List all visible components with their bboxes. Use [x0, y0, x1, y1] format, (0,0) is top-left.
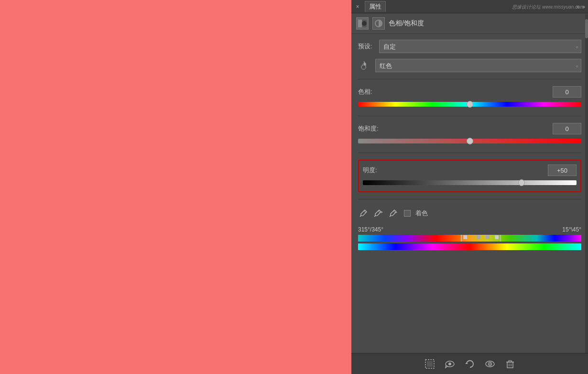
right-panel: 思缘设计论坛 www.missyuan.com × 属性 ≡ » 色相/饱和度	[351, 0, 588, 374]
svg-text:+: +	[381, 210, 383, 215]
svg-point-12	[448, 363, 451, 365]
saturation-value-input[interactable]	[553, 123, 581, 134]
channel-dropdown[interactable]: 全图 红色 黄色 绿色 青色 蓝色 洋红	[375, 59, 581, 72]
saturation-section: 饱和度:	[358, 123, 581, 146]
hue-value-input[interactable]	[553, 86, 581, 98]
preset-label: 预设:	[358, 42, 375, 51]
colorize-label: 着色	[415, 209, 428, 218]
lightness-highlighted-section: 明度:	[358, 160, 581, 192]
color-range-area: 315°/345° 15°\45°	[358, 226, 581, 250]
hue-track-container	[358, 99, 581, 109]
svg-rect-10	[427, 361, 433, 367]
delete-button[interactable]	[503, 357, 517, 371]
lightness-slider[interactable]	[363, 180, 577, 185]
canvas-area	[0, 0, 351, 374]
preset-dropdown[interactable]: 自定 默认值 强饱和度 旧照片	[379, 40, 581, 53]
svg-point-16	[489, 363, 490, 364]
layer-mask-icon-btn[interactable]	[356, 17, 369, 30]
lightness-value-input[interactable]	[548, 165, 577, 176]
saturation-label: 饱和度:	[358, 124, 379, 133]
svg-line-4	[364, 211, 366, 213]
lightness-track-container	[363, 178, 577, 187]
properties-header: 色相/饱和度	[351, 13, 588, 34]
scroll-track	[585, 14, 588, 353]
topbar-left: × 属性	[354, 1, 386, 12]
properties-tab[interactable]: 属性	[365, 1, 386, 12]
colorize-checkbox[interactable]	[404, 210, 411, 217]
watermark: 思缘设计论坛 www.missyuan.com	[512, 4, 584, 11]
visibility-button[interactable]	[483, 357, 497, 371]
view-previous-button[interactable]	[443, 357, 457, 371]
bottom-range-bar	[358, 243, 581, 250]
properties-title: 色相/饱和度	[389, 19, 424, 28]
hand-tool-icon[interactable]	[358, 59, 371, 72]
eyedropper-remove-icon[interactable]: -	[389, 208, 399, 219]
tools-row: + - 着色	[358, 206, 581, 220]
saturation-header: 饱和度:	[358, 123, 581, 134]
channel-dropdown-wrapper: 全图 红色 黄色 绿色 青色 蓝色 洋红 ⬦	[375, 59, 581, 72]
svg-text:-: -	[396, 210, 397, 215]
lightness-label: 明度:	[363, 166, 377, 175]
eyedropper-add-icon[interactable]: +	[373, 208, 384, 219]
top-range-bar[interactable]	[358, 235, 581, 242]
svg-line-5	[378, 211, 380, 213]
range-labels-row: 315°/345° 15°\45°	[358, 226, 581, 233]
svg-rect-19	[509, 361, 512, 362]
scroll-thumb[interactable]	[585, 19, 588, 38]
bottom-toolbar	[351, 353, 588, 374]
range-label-left: 315°/345°	[358, 226, 383, 233]
divider3	[358, 153, 581, 153]
circle-icon-btn[interactable]	[372, 17, 385, 30]
divider1	[358, 79, 581, 79]
preset-row: 预设: 自定 默认值 强饱和度 旧照片 ⬦	[358, 40, 581, 53]
hue-header: 色相:	[358, 86, 581, 98]
saturation-track-container	[358, 136, 581, 146]
range-label-right: 15°\45°	[562, 226, 581, 233]
preset-dropdown-wrapper: 自定 默认值 强饱和度 旧照片 ⬦	[379, 40, 581, 53]
close-button[interactable]: ×	[354, 3, 361, 10]
svg-point-2	[362, 21, 367, 26]
svg-rect-0	[358, 20, 362, 27]
svg-marker-13	[465, 363, 468, 364]
saturation-slider[interactable]	[358, 139, 581, 143]
eyedropper-icon[interactable]	[358, 208, 369, 219]
lightness-header: 明度:	[363, 165, 577, 176]
lightness-section: 明度:	[363, 165, 577, 187]
channel-row: 全图 红色 黄色 绿色 青色 蓝色 洋红 ⬦	[358, 59, 581, 72]
panel-content: 预设: 自定 默认值 强饱和度 旧照片 ⬦ 全图	[351, 34, 588, 353]
hue-label: 色相:	[358, 88, 372, 96]
reset-button[interactable]	[463, 357, 477, 371]
hue-slider[interactable]	[358, 102, 581, 107]
divider2	[358, 116, 581, 116]
svg-rect-17	[507, 362, 513, 368]
mask-selection-button[interactable]	[423, 357, 437, 371]
divider4	[358, 199, 581, 199]
svg-line-7	[393, 211, 395, 213]
hue-section: 色相:	[358, 86, 581, 109]
